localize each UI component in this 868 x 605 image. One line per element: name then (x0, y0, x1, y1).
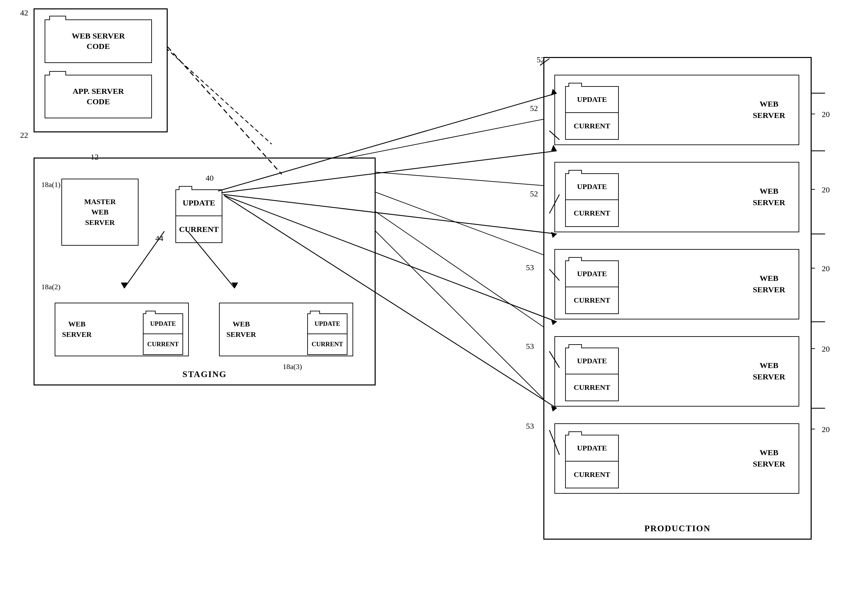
diagram: WEB SERVER CODE APP. SERVERCODE 42 22 ST… (0, 0, 868, 605)
ref-12: 12 (91, 153, 99, 162)
production-outer-box: PRODUCTION WEBSERVER UPDATE CURRENT WEBS… (543, 57, 812, 540)
prod2-current-box: CURRENT (565, 200, 619, 227)
master-web-server-label: MASTERWEBSERVER (84, 197, 116, 227)
master-update-label: UPDATE (183, 198, 215, 207)
web-server-code-label: WEB SERVER CODE (72, 31, 125, 52)
prod2-web-label: WEBSERVER (753, 186, 785, 208)
app-server-code-doc: APP. SERVERCODE (45, 75, 152, 118)
staging-web-server-left: WEBSERVER UPDATE CURRENT (55, 303, 189, 356)
master-update-current: UPDATE CURRENT (175, 186, 222, 246)
prod-server-1-box: WEBSERVER UPDATE CURRENT (554, 75, 799, 145)
master-current-box: CURRENT (175, 216, 222, 243)
prod4-update-label: UPDATE (577, 357, 607, 365)
prod1-current-label: CURRENT (574, 122, 611, 130)
prod3-update-label: UPDATE (577, 269, 607, 278)
prod1-update-current: UPDATE CURRENT (565, 82, 619, 140)
prod4-current-label: CURRENT (574, 383, 611, 392)
prod1-update-tab (569, 83, 582, 87)
prod5-current-label: CURRENT (574, 470, 611, 479)
staging-right-web-label: WEBSERVER (226, 319, 256, 340)
ref-18a3: 18a(3) (283, 362, 302, 371)
production-label: PRODUCTION (644, 523, 711, 534)
prod5-update-current: UPDATE CURRENT (565, 431, 619, 488)
ref-20-1: 20 (822, 110, 830, 119)
prod-server-5-box: WEBSERVER UPDATE CURRENT (554, 423, 799, 494)
ref-52-main: 52 (536, 55, 545, 64)
staging-right-update-label: UPDATE (315, 320, 340, 328)
ref-42: 42 (20, 8, 28, 17)
staging-left-current-label: CURRENT (147, 340, 179, 348)
prod5-update-tab (569, 432, 582, 435)
web-server-code-tab (49, 16, 66, 20)
prod4-web-label: WEBSERVER (753, 360, 785, 382)
prod-server-3-box: WEBSERVER UPDATE CURRENT (554, 249, 799, 319)
ref-20-5: 20 (822, 425, 830, 434)
app-server-code-tab (49, 71, 66, 76)
prod3-update-tab (569, 257, 582, 261)
staging-left-current-box: CURRENT (143, 334, 183, 355)
staging-right-update-tab (310, 311, 320, 314)
staging-right-current-box: CURRENT (307, 334, 347, 355)
master-current-label: CURRENT (179, 225, 219, 234)
prod4-update-current: UPDATE CURRENT (565, 344, 619, 401)
prod-server-4-box: WEBSERVER UPDATE CURRENT (554, 336, 799, 407)
ref-53-3: 53 (526, 422, 534, 431)
staging-right-current-label: CURRENT (312, 340, 343, 348)
ref-22: 22 (20, 131, 28, 140)
prod1-update-box: UPDATE (565, 86, 619, 113)
master-update-box: UPDATE (175, 189, 222, 216)
app-server-code-label: APP. SERVERCODE (73, 86, 124, 107)
prod5-update-box: UPDATE (565, 435, 619, 461)
staging-outer-box: STAGING MASTERWEBSERVER 18a(1) UPDATE CU… (34, 158, 376, 385)
web-server-code-doc: WEB SERVER CODE (45, 19, 152, 63)
staging-label: STAGING (183, 369, 227, 379)
staging-right-update-box: UPDATE (307, 313, 347, 334)
prod5-current-box: CURRENT (565, 461, 619, 488)
ref-20-2: 20 (822, 186, 830, 194)
ref-52-1: 52 (530, 104, 538, 113)
prod-server-2-box: WEBSERVER UPDATE CURRENT (554, 162, 799, 232)
prod3-current-box: CURRENT (565, 287, 619, 314)
prod3-current-label: CURRENT (574, 296, 611, 305)
prod4-current-box: CURRENT (565, 374, 619, 401)
prod3-update-current: UPDATE CURRENT (565, 257, 619, 314)
staging-web-server-right: WEBSERVER UPDATE CURRENT (219, 303, 353, 356)
prod2-update-box: UPDATE (565, 173, 619, 200)
prod2-update-current: UPDATE CURRENT (565, 169, 619, 227)
prod1-current-box: CURRENT (565, 113, 619, 140)
prod3-web-label: WEBSERVER (753, 273, 785, 295)
ref-20-4: 20 (822, 345, 830, 354)
ref-40: 40 (206, 173, 214, 183)
staging-left-update-label: UPDATE (150, 320, 176, 328)
ref-44: 44 (155, 234, 163, 243)
ref-20-3: 20 (822, 264, 830, 273)
ref-52-2: 52 (530, 189, 538, 198)
ref-18a2: 18a(2) (41, 283, 60, 291)
code-repo-outer: WEB SERVER CODE APP. SERVERCODE (34, 8, 168, 132)
svg-line-5 (315, 114, 570, 164)
prod2-update-label: UPDATE (577, 183, 607, 191)
staging-left-update-box: UPDATE (143, 313, 183, 334)
master-update-tab (179, 186, 192, 190)
master-web-server-box: MASTERWEBSERVER (61, 179, 138, 246)
staging-left-web-label: WEBSERVER (62, 319, 91, 340)
staging-left-update-current: UPDATE CURRENT (143, 310, 183, 355)
prod2-current-label: CURRENT (574, 209, 611, 218)
staging-right-update-current: UPDATE CURRENT (307, 310, 347, 355)
prod1-update-label: UPDATE (577, 95, 607, 104)
prod4-update-tab (569, 344, 582, 348)
prod3-update-box: UPDATE (565, 260, 619, 287)
ref-53-1: 53 (526, 263, 534, 272)
prod5-update-label: UPDATE (577, 444, 607, 452)
svg-line-26 (168, 47, 282, 174)
prod2-update-tab (569, 170, 582, 174)
prod4-update-box: UPDATE (565, 348, 619, 374)
ref-53-2: 53 (526, 342, 534, 351)
staging-left-update-tab (146, 311, 156, 314)
svg-line-0 (161, 43, 272, 144)
prod1-web-label: WEBSERVER (753, 99, 785, 121)
prod5-web-label: WEBSERVER (753, 447, 785, 470)
ref-18a1: 18a(1) (41, 180, 60, 189)
